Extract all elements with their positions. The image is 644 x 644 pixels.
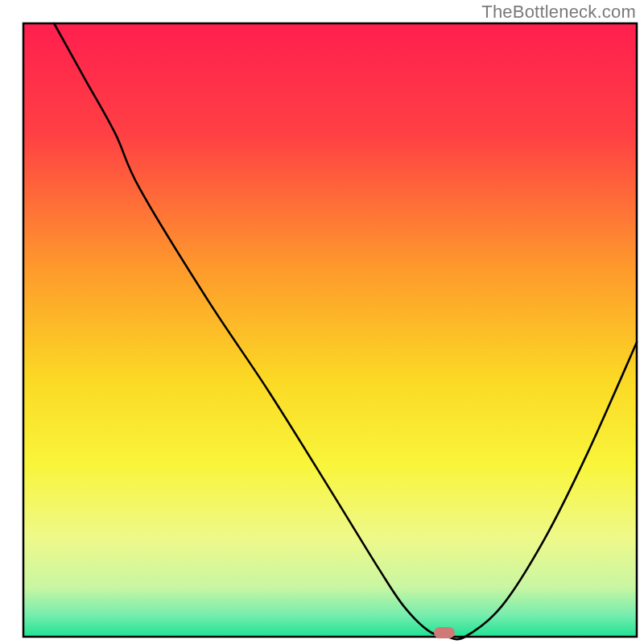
optimal-marker: [434, 627, 455, 638]
gradient-background: [24, 24, 636, 636]
chart-canvas: TheBottleneck.com: [0, 0, 644, 644]
bottleneck-chart: [0, 0, 644, 644]
